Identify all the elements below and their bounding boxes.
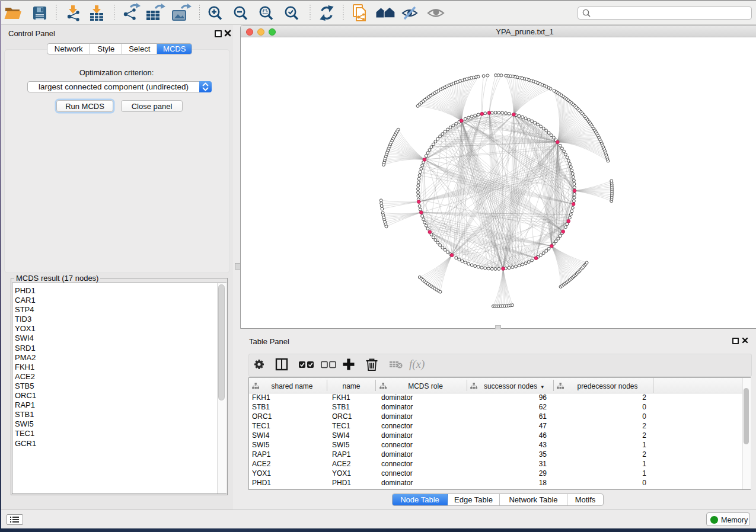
svg-text:f(x): f(x) — [409, 358, 425, 371]
